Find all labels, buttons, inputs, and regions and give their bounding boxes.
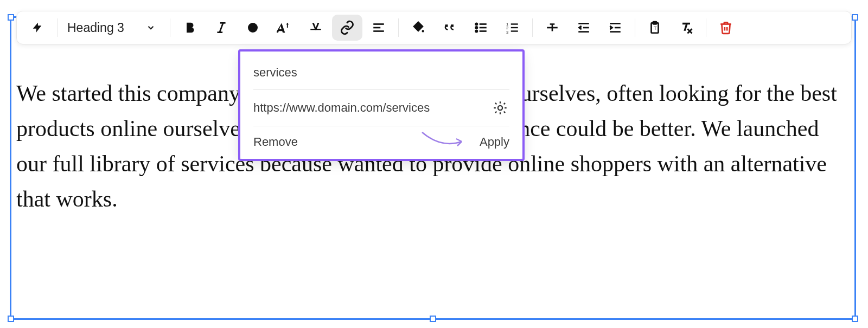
bold-button[interactable] [175,15,205,41]
text-color-icon [246,21,259,34]
align-left-icon [372,21,386,35]
outdent-icon [577,21,591,35]
lightning-icon [31,20,43,36]
svg-text:3: 3 [506,30,508,35]
strikethrough-alt-button[interactable] [537,15,567,41]
bullet-list-icon [474,21,488,35]
clear-format-icon [679,20,694,35]
apply-link-button[interactable]: Apply [480,135,509,149]
divider [57,18,58,37]
link-button[interactable] [332,15,362,41]
svg-point-8 [422,30,424,32]
formatting-toolbar: Heading 3 [16,11,852,44]
indent-button[interactable] [600,15,630,41]
resize-handle-bl[interactable] [8,316,14,322]
resize-handle-bm[interactable] [430,316,436,322]
quote-icon [442,20,457,35]
text-color-button[interactable] [238,15,268,41]
divider [635,18,635,37]
divider [170,18,170,37]
strikethrough-icon [545,21,559,35]
divider [253,126,509,126]
resize-handle-tr[interactable] [852,14,858,21]
paste-button[interactable]: T [640,15,670,41]
divider [706,18,706,37]
svg-rect-29 [653,22,657,24]
link-settings-button[interactable] [491,99,509,117]
link-text-input[interactable] [253,65,509,81]
font-size-button[interactable] [269,15,299,41]
chevron-down-icon [146,23,156,33]
resize-handle-br[interactable] [852,316,858,322]
font-size-icon [277,20,292,35]
delete-button[interactable] [711,15,741,41]
svg-point-3 [248,23,258,33]
svg-text:T: T [654,25,657,31]
svg-rect-4 [310,29,321,30]
quote-button[interactable] [435,15,465,41]
align-button[interactable] [363,15,394,41]
highlight-button[interactable] [403,15,433,41]
clipboard-icon: T [648,21,662,35]
paint-bucket-icon [411,21,425,35]
bullet-list-button[interactable] [466,15,496,41]
outdent-button[interactable] [569,15,599,41]
svg-point-11 [476,30,477,32]
remove-link-button[interactable]: Remove [253,135,298,149]
divider [253,89,509,90]
trash-icon [719,21,733,35]
link-icon [340,20,355,35]
bold-icon [183,21,197,35]
svg-point-10 [476,27,477,28]
gear-icon [493,100,508,115]
numbered-list-button[interactable]: 123 [497,15,528,41]
text-format-select[interactable]: Heading 3 [62,15,165,41]
divider [398,18,399,37]
divider [532,18,533,37]
svg-point-9 [476,23,477,25]
numbered-list-icon: 123 [506,21,520,35]
italic-button[interactable] [206,15,237,41]
text-format-label: Heading 3 [67,21,124,35]
text-style-icon [309,21,323,35]
clear-format-button[interactable] [671,15,701,41]
link-popover: Remove Apply [240,52,522,159]
svg-line-2 [220,23,224,32]
strikethrough-button[interactable] [301,15,331,41]
italic-icon [214,21,228,35]
indent-icon [608,21,622,35]
quick-actions-button[interactable] [22,15,53,41]
svg-point-33 [498,106,502,110]
link-url-input[interactable] [253,100,491,116]
resize-handle-tl[interactable] [8,14,14,21]
